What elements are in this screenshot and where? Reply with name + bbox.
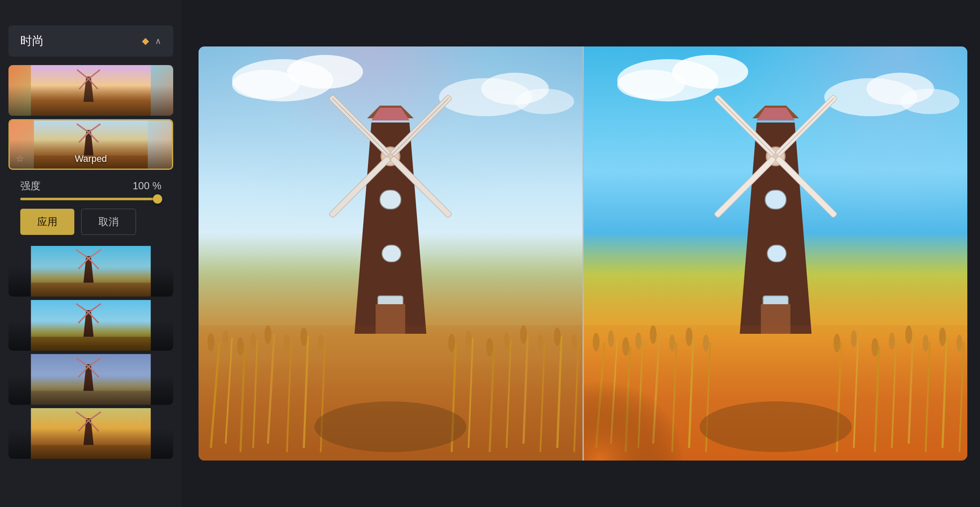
filter-item-6[interactable] [8,408,173,459]
svg-point-78 [318,335,324,352]
filter-item-3[interactable] [8,246,173,297]
svg-point-148 [956,335,962,352]
category-icons: ◆ ∧ [142,35,161,46]
filter-label-2: Warped [75,153,107,164]
filter-overlay-3 [8,246,173,297]
svg-point-77 [300,327,307,346]
svg-point-98 [617,70,685,99]
apply-button[interactable]: 应用 [20,209,74,235]
svg-point-146 [923,335,928,352]
svg-point-145 [905,325,912,344]
filter-item-4[interactable] [8,300,173,351]
svg-rect-150 [584,300,752,461]
preview-left [199,46,583,461]
svg-point-101 [900,89,959,114]
svg-point-94 [571,335,577,352]
slider-thumb[interactable] [153,194,162,204]
svg-point-90 [504,333,509,349]
svg-point-91 [520,325,527,344]
star-icon[interactable]: ☆ [16,153,24,164]
controls-area: 强度 100 % 应用 取消 [8,173,173,243]
svg-point-93 [554,327,561,346]
svg-point-92 [537,335,543,352]
svg-point-89 [486,338,493,357]
svg-rect-50 [380,190,401,209]
svg-point-47 [515,89,574,114]
svg-point-143 [871,338,878,357]
filter-overlay-6 [8,408,173,459]
category-header[interactable]: 时尚 ◆ ∧ [8,25,173,57]
preview-canvas [199,46,967,461]
windmill-left [199,46,583,461]
filter-item-1[interactable] [8,65,173,116]
svg-point-76 [284,335,290,352]
sidebar: 时尚 ◆ ∧ [0,0,182,507]
svg-rect-51 [382,245,401,262]
svg-point-95 [314,401,466,452]
svg-rect-104 [765,190,786,209]
svg-point-71 [207,333,214,352]
action-buttons: 应用 取消 [20,209,161,235]
main-preview [182,0,980,507]
svg-point-142 [851,330,857,347]
preview-right [584,46,968,461]
chevron-up-icon[interactable]: ∧ [155,36,161,46]
slider-fill [20,198,161,200]
filter-overlay-4 [8,300,173,351]
svg-point-144 [889,333,895,349]
windmill-right [584,46,968,461]
svg-point-72 [223,330,229,347]
filter-item-5[interactable] [8,354,173,405]
svg-point-74 [250,333,256,349]
intensity-label: 强度 [20,179,41,193]
svg-point-73 [237,337,244,356]
cancel-button[interactable]: 取消 [81,209,136,235]
filters-list: ☆ Warped 强度 100 % 应用 取消 [0,57,182,507]
svg-point-87 [448,334,455,352]
diamond-icon: ◆ [142,35,149,46]
filter-item-2[interactable]: ☆ Warped [8,119,173,170]
filter-overlay-1 [8,65,173,116]
category-title: 时尚 [20,33,44,49]
svg-point-88 [466,330,471,347]
intensity-slider[interactable] [20,198,161,200]
svg-point-75 [264,325,271,344]
svg-point-141 [833,334,840,352]
intensity-value: 100 % [133,180,161,192]
svg-point-44 [232,70,299,99]
preview-divider [583,46,584,461]
svg-rect-105 [767,245,786,262]
filter-overlay-5 [8,354,173,405]
intensity-row: 强度 100 % [20,179,161,193]
svg-point-147 [939,327,946,346]
